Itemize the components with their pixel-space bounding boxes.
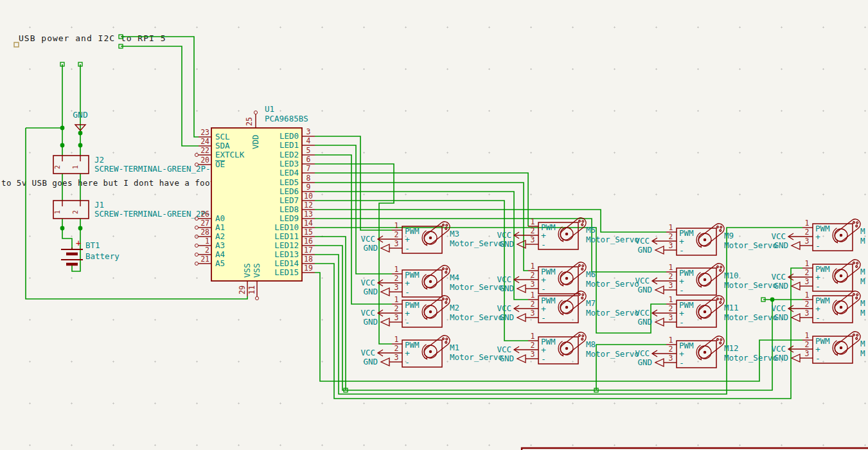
pin-name: LED1	[279, 140, 299, 150]
battery-BT1[interactable]: +BT1Battery	[61, 238, 120, 264]
gnd-label: GND	[73, 110, 88, 120]
gnd-arrow-icon	[655, 318, 664, 326]
pin-name: A3	[215, 240, 225, 250]
ref-label: M4	[450, 273, 459, 282]
pin-name: A1	[215, 222, 225, 232]
servo-M3-0[interactable]: 1PWM2+VCC3-GNDM3Motor_Servo	[360, 220, 502, 253]
value-label: PCA9685BS	[265, 114, 308, 123]
servo-M-14[interactable]: 1PWM2+VCC3-GNDMM	[771, 289, 865, 323]
servo-M-12[interactable]: 1PWM2+VCC3-GNDMM	[771, 217, 865, 251]
ref-label: M9	[724, 231, 734, 240]
value-label: Motor_Servo	[450, 239, 503, 248]
pin-name: LED7	[279, 195, 299, 205]
ref-label: M8	[586, 339, 596, 349]
pin-name: A4	[215, 249, 225, 259]
gnd-label: GND	[363, 243, 378, 253]
servo-motor-icon	[833, 217, 862, 244]
pin-name: LED14	[274, 258, 299, 268]
pin-number: 28	[200, 228, 209, 237]
value-label: Motor_Servo	[450, 352, 503, 362]
vcc-label: VCC	[497, 345, 511, 354]
pin-name: A2	[215, 231, 225, 241]
pin-number: 2	[669, 232, 673, 241]
pin-name: +	[815, 273, 820, 282]
pin-number: 3	[531, 309, 535, 318]
pin-name: +	[405, 309, 410, 318]
pin-name: -	[815, 354, 820, 363]
pin-number: 3	[805, 349, 810, 358]
servo-M2-2[interactable]: 1PWM2+VCC3-GNDM2Motor_Servo	[360, 294, 502, 327]
connector-J1[interactable]: 12J1SCREW-TERMINAL-GREEN_2P-3.5	[53, 200, 225, 219]
pin-name: -	[815, 282, 820, 291]
pin-number: 2	[805, 268, 810, 277]
pin-name: LED10	[274, 222, 299, 232]
value-label: M	[860, 236, 865, 246]
battery-plus-sign: +	[76, 238, 81, 248]
pin-name: LED4	[279, 168, 299, 177]
pin-name: -	[815, 313, 820, 323]
pin-number: 18	[304, 255, 313, 264]
servo-M12-11[interactable]: 1PWM2+VCC3-GNDM12Motor_Servo	[635, 334, 777, 368]
servo-M-15[interactable]: 1PWM2+VCC3-GNDMM	[771, 330, 865, 363]
pin-number: 3	[669, 241, 673, 250]
pin-number: 1	[394, 335, 399, 344]
pin-number: 1	[394, 265, 399, 274]
value-label: Motor_Servo	[450, 282, 503, 292]
servo-M11-10[interactable]: 1PWM2+VCC3-GNDM11Motor_Servo	[635, 294, 777, 327]
servo-M8-7[interactable]: 1PWM2+VCC3-GNDM8Motor_Servo	[497, 330, 639, 364]
gnd-label: GND	[499, 312, 514, 322]
pin-name: +	[815, 345, 820, 354]
pin-number: 2	[669, 345, 673, 354]
pin-name: +	[405, 235, 410, 244]
servo-M-13[interactable]: 1PWM2+VCC3-GNDMM	[771, 258, 865, 291]
ref-label: M5	[586, 225, 596, 235]
pin-number: 25	[245, 117, 254, 126]
vcc-label: VCC	[360, 278, 375, 287]
servo-motor-icon	[696, 334, 726, 361]
pin-number: 2	[669, 272, 673, 281]
gnd-arrow-icon	[381, 244, 389, 252]
value-label: SCREW-TERMINAL-GREEN_2P-3.5_	[94, 164, 230, 174]
pin-number: 1	[805, 219, 810, 228]
servo-M10-9[interactable]: 1PWM2+VCC3-GNDM10Motor_Servo	[635, 262, 777, 295]
pin-name: +	[679, 349, 684, 359]
pin-name: +	[405, 348, 410, 358]
pin-number: 2	[394, 274, 399, 283]
pin-number: 1	[531, 262, 535, 271]
pin-name: -	[541, 354, 546, 364]
gnd-label: GND	[774, 312, 788, 322]
pin-number: 1	[669, 263, 673, 272]
value-label: Motor_Servo	[586, 279, 639, 289]
gnd-label: GND	[499, 284, 514, 293]
pin-number: 11	[247, 285, 256, 294]
wire-junction	[60, 126, 65, 130]
servo-M1-3[interactable]: 1PWM2+VCC3-GNDM1Motor_Servo	[360, 334, 502, 367]
servo-motor-icon	[833, 289, 862, 316]
pin-name: +	[679, 237, 684, 246]
servo-M9-8[interactable]: 1PWM2+VCC3-GNDM9Motor_Servo	[635, 222, 777, 255]
pin-number: 1	[669, 336, 673, 345]
pin-name: -	[679, 318, 684, 327]
servo-M6-5[interactable]: 1PWM2+VCC3-GNDM6Motor_Servo	[497, 260, 639, 294]
pin-number: 3	[531, 235, 535, 244]
pin-number: 3	[669, 354, 673, 363]
text-anchor-marker	[14, 42, 19, 47]
pin-name: +	[679, 276, 684, 286]
ic-U1[interactable]: U1PCA9685BS23SCL24SDA22EXTCLK20OE26A027A…	[195, 104, 315, 300]
servo-motor-icon	[833, 330, 862, 356]
pin-name: LED15	[274, 267, 299, 277]
pin-number: 4	[306, 136, 311, 145]
value-label: Battery	[85, 251, 120, 261]
gnd-arrow-icon	[792, 282, 800, 290]
pin-number: 1	[394, 221, 399, 230]
value-label: M	[860, 276, 865, 286]
servo-motor-icon	[833, 258, 862, 284]
gnd-arrow-icon	[381, 318, 389, 326]
pin-name: -	[679, 358, 684, 368]
servo-M4-1[interactable]: 1PWM2+VCC3-GNDM4Motor_Servo	[360, 264, 502, 297]
pin-name: -	[679, 246, 684, 255]
wire-junction	[60, 143, 65, 148]
pin-number: 3	[805, 309, 810, 318]
vcc-label: VCC	[360, 348, 375, 357]
ref-label: M	[860, 339, 865, 348]
